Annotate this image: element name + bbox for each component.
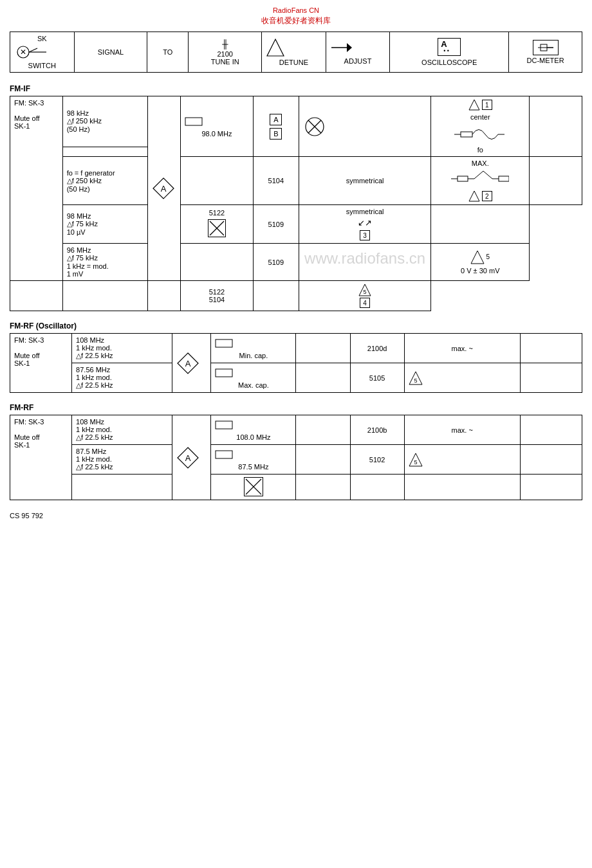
fmrf-osc-to: A (172, 334, 211, 393)
fmrf-sw: FM: SK-3Mute offSK-1 (10, 415, 72, 500)
fmrf-adj1: 2100b (350, 415, 404, 445)
footer-text: CS 95 792 (10, 512, 582, 520)
fmrf-osc-osc1: max. ~ (404, 334, 520, 363)
fmif-dc-row3 (530, 157, 582, 205)
fmrf-osc-table: FM: SK-3Mute offSK-1 108 MHz1 kHz mod.△f… (10, 333, 582, 393)
fmrf-osc3 (404, 475, 520, 500)
fmif-adjust-row5: 5109 (253, 244, 299, 281)
fmif-adjust-row4: 5109 (253, 205, 299, 244)
fmif-tunein-row6 (148, 281, 181, 311)
svg-text:A: A (161, 184, 167, 194)
header-table: SK ✕ SWITCH SIGNAL TO ╫ 2100 TUNE IN (10, 32, 582, 73)
svg-rect-41 (216, 451, 232, 458)
fmif-dc-row4 (431, 205, 530, 244)
fmrf-osc-tune2: Max. cap. (211, 363, 296, 393)
svg-rect-22 (458, 176, 468, 181)
fmrf-osc-empty2 (296, 363, 350, 393)
fmif-osc-cross (299, 96, 431, 157)
fmrf-osc2: 5 (404, 445, 520, 475)
fmif-tunein-row1: 98.0 MHz (181, 96, 253, 157)
to-label: TO (151, 48, 184, 56)
fmrf-osc-sig1: 108 MHz1 kHz mod.△f 22.5 kHz (72, 334, 172, 363)
fmif-adjust-row3: 5104 (253, 157, 299, 205)
fmif-tunein-row3 (181, 157, 253, 205)
fmrf-osc-section-label: FM-RF (Oscillator) (10, 321, 582, 330)
fmrf-osc-sw: FM: SK-3Mute offSK-1 (10, 334, 72, 393)
svg-rect-25 (499, 176, 509, 181)
fmrf-dc3 (520, 475, 582, 500)
fmif-sw-cell: FM: SK-3Mute offSK-1 (10, 96, 63, 281)
detune-label: DETUNE (266, 59, 322, 66)
svg-text:5: 5 (364, 289, 367, 295)
fmrf-sig3 (72, 475, 172, 500)
fmrf-adj3 (350, 475, 404, 500)
adjust-a-box: A (270, 114, 282, 125)
fmif-signal-row3: fo = f generator△f 250 kHz(50 Hz) (62, 157, 148, 205)
fmif-signal-row2 (62, 147, 148, 156)
svg-text:✕: ✕ (20, 48, 26, 57)
tune-in-num: 2100 (192, 50, 257, 58)
fmrf-empty3 (296, 475, 350, 500)
svg-marker-29 (471, 251, 484, 264)
dc-meter-icon (533, 40, 559, 55)
tune-in-label: TUNE IN (192, 58, 257, 66)
svg-text:A: A (185, 359, 191, 368)
fmrf-osc1: max. ~ (404, 415, 520, 445)
fmif-osc-center: 1 center fo (431, 96, 530, 157)
fmif-tunein-row4: 5122 (181, 205, 253, 244)
fmif-signal-row6 (62, 281, 148, 311)
fmif-osc-row5: www.radiofans.cn (299, 244, 431, 281)
fmif-signal-row1: 98 kHz△f 250 kHz(50 Hz) (62, 96, 148, 147)
svg-marker-26 (469, 191, 479, 201)
fmrf-tune2: 87.5 MHz (211, 445, 296, 475)
fmrf-sig1: 108 MHz1 kHz mod.△f 22.5 kHz (72, 415, 172, 445)
adjust-b-box: B (270, 128, 282, 140)
svg-text:5: 5 (414, 459, 417, 466)
fmrf-dc2 (520, 445, 582, 475)
oscilloscope-icon: A • • (438, 38, 461, 56)
adjust-icon (330, 39, 352, 56)
fmrf-osc-adj1: 2100d (350, 334, 404, 363)
fmif-table: FM: SK-3Mute offSK-1 98 kHz△f 250 kHz(50… (10, 96, 582, 311)
fmrf-osc-dc2 (520, 363, 582, 393)
fmif-dc-row1 (530, 96, 582, 157)
switch-label: SWITCH (14, 62, 70, 69)
fmif-sw-row6 (10, 281, 63, 311)
svg-line-3 (29, 48, 37, 52)
svg-rect-12 (185, 118, 202, 125)
sk-label: SK (14, 35, 70, 42)
fmrf-empty1 (296, 415, 350, 445)
fmif-adjust-row6: 51225104 (181, 281, 253, 311)
fmrf-osc-tune1: Min. cap. (211, 334, 296, 363)
fmrf-osc-osc2: 5 (404, 363, 520, 393)
fmif-osc-row6 (253, 281, 299, 311)
fmif-osc-max: MAX. 2 (431, 157, 530, 205)
fmrf-osc-adj2: 5105 (350, 363, 404, 393)
fmrf-osc-empty1 (296, 334, 350, 363)
switch-icon: ✕ (14, 45, 46, 59)
fmif-signal-row5: 96 MHz△f 75 kHz1 kHz = mod.1 mV (62, 244, 148, 281)
fmif-section-label: FM-IF (10, 84, 582, 93)
svg-rect-35 (216, 369, 232, 377)
dc-meter-label: DC-METER (513, 57, 578, 64)
num-box-4: 4 (360, 298, 370, 308)
fmif-signal-row4: 98 MHz△f 75 kHz10 µV (62, 205, 148, 244)
fmif-tunein-row5 (181, 244, 253, 281)
svg-rect-34 (216, 339, 232, 347)
detune-icon (266, 38, 285, 57)
fmrf-osc-sig2: 87.56 MHz1 kHz mod.△f 22.5 kHz (72, 363, 172, 393)
num-box-2: 2 (482, 191, 492, 201)
fmif-to-cell: A (148, 96, 181, 281)
fmrf-empty2 (296, 445, 350, 475)
svg-marker-4 (267, 39, 284, 56)
fmrf-section-label: FM-RF (10, 403, 582, 412)
svg-marker-6 (347, 43, 352, 52)
fmrf-osc-dc1 (520, 334, 582, 363)
fmrf-to: A (172, 415, 211, 500)
adjust-label: ADJUST (330, 57, 386, 65)
fmif-osc-sym2: symmetrical ↙↗ 3 (299, 205, 431, 244)
svg-text:A: A (185, 453, 191, 463)
svg-rect-40 (216, 421, 232, 429)
fmif-dc-row5: 5 0 V ± 30 mV (431, 244, 530, 281)
num-box-1: 1 (482, 100, 492, 110)
